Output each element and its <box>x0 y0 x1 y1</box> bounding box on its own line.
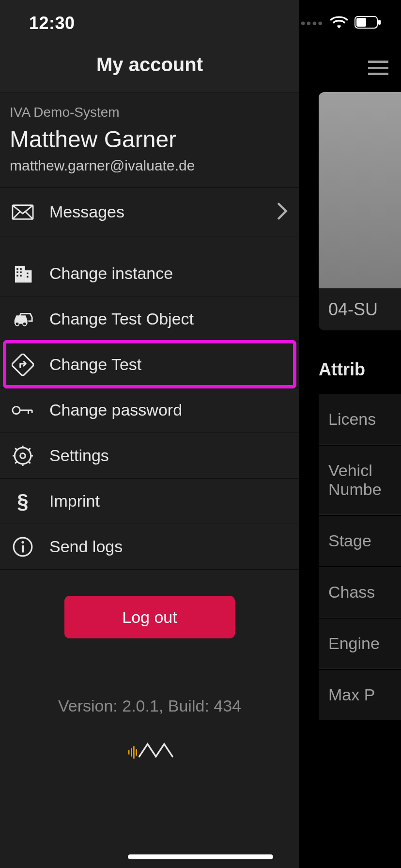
home-indicator <box>128 854 273 859</box>
envelope-icon <box>9 198 37 226</box>
logout-button[interactable]: Log out <box>64 596 235 638</box>
version-label: Version: 2.0.1, Build: 434 <box>0 697 299 715</box>
menu-label: Change instance <box>49 264 288 283</box>
user-name: Matthew Garner <box>10 126 290 153</box>
status-time: 12:30 <box>29 13 75 33</box>
svg-point-17 <box>13 406 20 414</box>
account-info: IVA Demo-System Matthew Garner matthew.g… <box>0 93 299 188</box>
menu-label: Change password <box>49 401 288 419</box>
menu-item-messages[interactable]: Messages <box>0 188 299 236</box>
section-divider <box>0 236 299 251</box>
attr-row[interactable]: Stage <box>319 516 401 566</box>
menu-label: Imprint <box>49 492 288 511</box>
status-indicators: •••• <box>301 16 382 31</box>
key-icon <box>9 396 37 424</box>
vehicle-card-label: 04-SU <box>319 288 401 330</box>
wifi-icon <box>330 16 348 31</box>
menu-label: Messages <box>49 202 277 221</box>
drawer-title: My account <box>96 54 203 76</box>
menu-icon[interactable] <box>368 61 388 75</box>
route-sign-icon <box>9 351 37 379</box>
vehicle-image <box>319 92 401 288</box>
menu-item-send-logs[interactable]: Send logs <box>0 524 299 570</box>
cars-icon <box>9 305 37 333</box>
menu-label: Send logs <box>49 537 288 556</box>
svg-point-19 <box>20 453 25 458</box>
menu-item-change-test-object[interactable]: Change Test Object <box>0 296 299 342</box>
svg-point-18 <box>15 448 31 464</box>
attr-row[interactable]: Max P <box>319 670 401 720</box>
attr-row[interactable]: Chass <box>319 567 401 618</box>
cell-dots-icon: •••• <box>301 16 324 31</box>
user-email: matthew.garner@ivaluate.de <box>10 157 290 174</box>
brand-logo <box>0 738 299 763</box>
menu-label: Change Test Object <box>49 310 288 328</box>
system-label: IVA Demo-System <box>10 105 290 120</box>
svg-point-14 <box>15 322 19 326</box>
gear-icon <box>9 442 37 470</box>
attributes-heading: Attrib <box>319 359 401 380</box>
attr-row[interactable]: Vehicl Numbe <box>319 446 401 515</box>
menu-item-change-password[interactable]: Change password <box>0 388 299 433</box>
svg-rect-7 <box>20 268 21 269</box>
svg-rect-12 <box>27 272 28 274</box>
info-icon <box>9 533 37 561</box>
svg-rect-9 <box>20 271 21 273</box>
svg-rect-13 <box>27 276 28 277</box>
menu-label: Settings <box>49 446 288 465</box>
svg-point-15 <box>23 322 27 326</box>
menu-item-change-instance[interactable]: Change instance <box>0 251 299 296</box>
svg-rect-1 <box>356 18 366 27</box>
account-drawer: My account IVA Demo-System Matthew Garne… <box>0 0 299 868</box>
chevron-right-icon <box>277 202 288 222</box>
svg-rect-22 <box>22 545 24 552</box>
vehicle-card[interactable]: 04-SU <box>319 92 401 330</box>
svg-rect-11 <box>20 275 21 276</box>
menu-item-change-test[interactable]: Change Test <box>0 342 299 388</box>
menu-item-settings[interactable]: Settings <box>0 433 299 479</box>
svg-rect-10 <box>16 275 18 276</box>
svg-rect-8 <box>16 271 18 273</box>
svg-rect-16 <box>12 354 34 376</box>
svg-rect-2 <box>378 20 381 25</box>
building-icon <box>9 260 37 288</box>
menu-item-imprint[interactable]: § Imprint <box>0 479 299 524</box>
attr-row[interactable]: Engine <box>319 619 401 669</box>
menu-label: Change Test <box>49 355 288 374</box>
attr-row[interactable]: Licens <box>319 394 401 445</box>
svg-rect-6 <box>16 268 18 269</box>
section-sign-icon: § <box>9 487 37 515</box>
status-bar: 12:30 •••• <box>0 0 401 46</box>
svg-point-21 <box>21 541 24 543</box>
background-page: 04-SU Attrib Licens Vehicl Numbe Stage C… <box>299 0 401 868</box>
battery-icon <box>355 16 382 31</box>
